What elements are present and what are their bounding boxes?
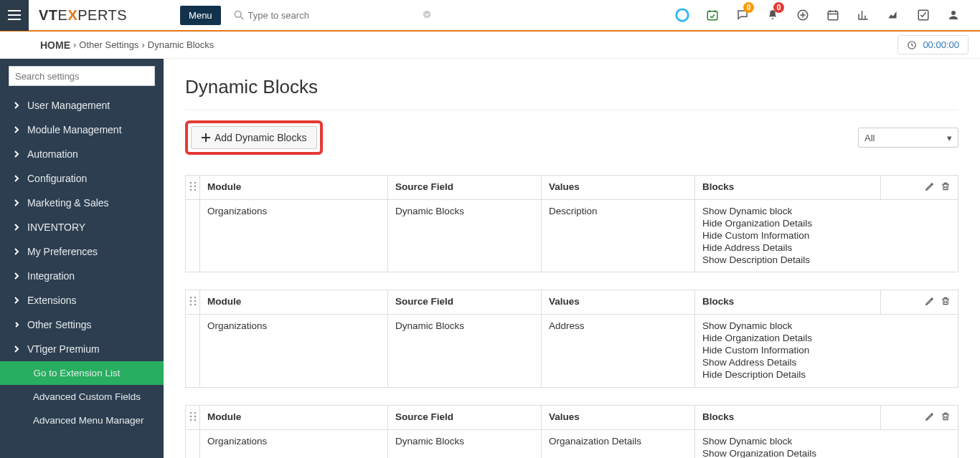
settings-search-input[interactable] — [9, 66, 155, 86]
svg-point-25 — [194, 415, 196, 417]
svg-point-19 — [194, 300, 196, 302]
sidebar-item[interactable]: Module Management — [0, 118, 164, 142]
cell-module: Organizations — [200, 429, 388, 458]
chevron-icon — [13, 173, 20, 184]
search-input[interactable] — [228, 5, 436, 25]
drag-handle[interactable] — [186, 315, 200, 387]
drag-handle[interactable] — [186, 429, 200, 458]
chevron-icon — [13, 270, 20, 282]
row-actions — [881, 176, 958, 200]
breadcrumb-item: Dynamic Blocks — [148, 39, 214, 50]
sidebar-sub-item[interactable]: Advanced Custom Fields — [0, 385, 164, 409]
trash-icon[interactable] — [941, 411, 951, 421]
sidebar-item-label: VTiger Premium — [27, 343, 100, 355]
checkbox-icon[interactable] — [908, 0, 938, 31]
sidebar-item[interactable]: User Management — [0, 93, 164, 118]
svg-point-16 — [189, 297, 192, 299]
sidebar-item[interactable]: Integration — [0, 264, 164, 288]
chevron-right-icon: › — [73, 39, 76, 50]
col-source-field: Source Field — [388, 290, 542, 315]
sidebar-sub-item[interactable]: Advanced Menu Manager — [0, 409, 164, 432]
hamburger-button[interactable] — [0, 0, 29, 31]
svg-point-13 — [194, 186, 196, 188]
app-switcher-icon[interactable] — [667, 0, 697, 31]
sidebar-item-label: Marketing & Sales — [27, 197, 109, 209]
calendar-icon[interactable] — [818, 0, 848, 31]
user-icon[interactable] — [938, 0, 969, 31]
breadcrumb-bar: HOME › Other Settings › Dynamic Blocks 0… — [0, 32, 980, 59]
area-chart-icon[interactable] — [878, 0, 908, 31]
sidebar-item[interactable]: My Preferences — [0, 239, 164, 264]
drag-handle[interactable] — [186, 290, 200, 315]
menu-button[interactable]: Menu — [180, 6, 221, 25]
col-module: Module — [200, 405, 388, 429]
bell-icon[interactable]: 0 — [758, 0, 788, 31]
sidebar-item[interactable]: Automation — [0, 142, 164, 166]
app-logo[interactable]: VTEXPERTS — [29, 7, 137, 24]
cell-source-field: Dynamic Blocks — [388, 429, 542, 458]
edit-icon[interactable] — [925, 181, 935, 191]
filter-select[interactable]: All ▾ — [858, 128, 958, 148]
svg-rect-6 — [828, 11, 838, 20]
plus-circle-icon[interactable] — [788, 0, 818, 31]
svg-point-10 — [189, 182, 192, 184]
chevron-down-icon: ▾ — [947, 133, 952, 143]
page-title: Dynamic Blocks — [185, 76, 958, 98]
settings-sidebar: User ManagementModule ManagementAutomati… — [0, 59, 164, 458]
drag-handle[interactable] — [186, 405, 200, 429]
edit-icon[interactable] — [925, 296, 935, 306]
svg-point-8 — [951, 11, 956, 15]
add-dynamic-block-button[interactable]: Add Dynamic Blocks — [191, 126, 317, 149]
block-line: Show Description Details — [702, 254, 951, 267]
chevron-icon — [13, 100, 20, 111]
block-line: Show Dynamic block — [702, 436, 951, 448]
sidebar-item[interactable]: Other Settings — [0, 313, 164, 337]
sidebar-item-label: My Preferences — [27, 246, 98, 257]
col-values: Values — [542, 405, 695, 429]
cell-blocks: Show Dynamic blockShow Organization Deta… — [695, 429, 958, 458]
breadcrumb-home[interactable]: HOME — [40, 39, 70, 51]
trash-icon[interactable] — [941, 181, 951, 191]
add-button-highlight: Add Dynamic Blocks — [185, 120, 323, 155]
edit-icon[interactable] — [925, 411, 935, 421]
chevron-icon — [13, 343, 20, 355]
drag-handle[interactable] — [186, 200, 200, 272]
sidebar-item-label: Module Management — [27, 124, 122, 135]
sidebar-item[interactable]: Configuration — [0, 166, 164, 191]
filter-selected-label: All — [864, 133, 875, 143]
sidebar-item[interactable]: VTiger Premium — [0, 337, 164, 361]
drag-handle[interactable] — [186, 176, 200, 200]
sidebar-item[interactable]: Extensions — [0, 288, 164, 313]
chat-icon[interactable]: 0 — [727, 0, 758, 31]
cell-module: Organizations — [200, 315, 388, 387]
cell-values: Address — [542, 315, 695, 387]
cell-module: Organizations — [200, 200, 388, 272]
col-blocks: Blocks — [695, 405, 881, 429]
sidebar-go-to-extension-list[interactable]: Go to Extension List — [0, 361, 164, 385]
svg-point-0 — [235, 11, 241, 17]
chevron-right-icon: › — [141, 39, 144, 50]
svg-point-26 — [189, 419, 192, 421]
trash-icon[interactable] — [941, 296, 951, 306]
calendar-check-icon[interactable] — [697, 0, 727, 31]
breadcrumb-item[interactable]: Other Settings — [79, 39, 138, 50]
sidebar-item[interactable]: INVENTORY — [0, 215, 164, 239]
sidebar-item[interactable]: Marketing & Sales — [0, 191, 164, 215]
chevron-icon — [13, 148, 20, 160]
bar-chart-icon[interactable] — [848, 0, 878, 31]
col-module: Module — [200, 290, 388, 315]
svg-point-27 — [194, 419, 196, 421]
col-values: Values — [542, 290, 695, 315]
global-search[interactable] — [228, 5, 436, 25]
block-line: Show Address Details — [702, 357, 951, 369]
block-line: Hide Address Details — [702, 242, 951, 254]
svg-point-18 — [189, 300, 192, 302]
chevron-down-icon[interactable] — [422, 9, 432, 22]
svg-point-23 — [194, 411, 196, 414]
add-button-label: Add Dynamic Blocks — [215, 132, 306, 143]
svg-point-15 — [194, 189, 196, 191]
sidebar-item-label: User Management — [27, 100, 110, 111]
timer-widget[interactable]: 00:00:00 — [897, 35, 969, 54]
sidebar-item-label: Other Settings — [27, 319, 92, 330]
cell-values: Organaization Details — [542, 429, 695, 458]
